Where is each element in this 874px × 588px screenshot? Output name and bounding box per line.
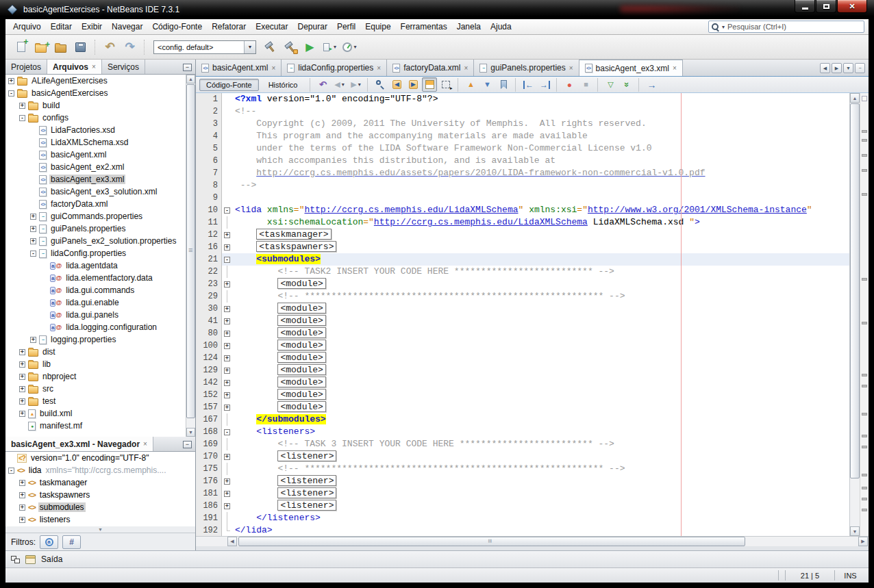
tree-item[interactable]: +~guiPanels.properties — [5, 222, 195, 235]
go-to-button[interactable]: → — [644, 77, 659, 92]
tree-item[interactable]: +<>listeners — [5, 513, 195, 526]
collapsed-fold[interactable]: <module> — [277, 401, 325, 412]
menu-perfil[interactable]: Perfil — [332, 20, 360, 34]
tree-item[interactable]: <>LidaFactories.xsd — [5, 124, 195, 136]
shift-left-button[interactable]: ← — [521, 77, 536, 92]
menu-janela[interactable]: Janela — [452, 20, 486, 34]
new-file-button[interactable]: + — [12, 38, 30, 56]
collapsed-fold[interactable]: <module> — [277, 376, 325, 387]
search-input[interactable] — [726, 22, 861, 31]
scroll-down-icon[interactable]: ▼ — [186, 428, 195, 437]
show-attributes-filter-button[interactable]: a — [40, 535, 58, 549]
tab-projetos[interactable]: Projetos — [5, 60, 47, 74]
expand-toggle[interactable]: - — [19, 115, 25, 121]
scroll-up-icon[interactable]: ▲ — [850, 93, 860, 103]
close-icon[interactable]: × — [569, 64, 573, 72]
tree-item[interactable]: <>factoryData.xml — [5, 198, 195, 210]
scroll-tabs-left-button[interactable]: ◀ — [820, 63, 830, 73]
chevron-down-icon[interactable]: ▾ — [353, 44, 356, 50]
output-bar[interactable]: Saída — [5, 550, 869, 567]
view-button-hist-rico[interactable]: Histórico — [260, 79, 306, 91]
maximize-button[interactable] — [816, 0, 836, 13]
tree-item[interactable]: <?version="1.0" encoding="UTF-8" — [5, 452, 195, 464]
shift-right-button[interactable]: → — [537, 77, 552, 92]
debug-button[interactable]: ▶▾ — [321, 38, 339, 56]
fold-toggle[interactable]: + — [222, 229, 232, 241]
collapsed-fold[interactable]: <module> — [277, 340, 325, 350]
fold-toggle[interactable]: + — [222, 352, 232, 364]
clean-build-button[interactable] — [281, 38, 299, 56]
error-stripe[interactable] — [860, 93, 869, 536]
tree-item[interactable]: ●manifest.mf — [5, 420, 195, 432]
output-label[interactable]: Saída — [41, 554, 62, 564]
collapsed-fold[interactable]: <module> — [277, 278, 325, 289]
tree-item[interactable]: a@lida.logging.configuration — [5, 321, 195, 333]
tree-item[interactable]: a@lida.agentdata — [5, 259, 195, 272]
fold-toggle[interactable]: + — [222, 303, 232, 315]
collapsed-fold[interactable]: <listener> — [277, 487, 336, 498]
tree-item[interactable]: +nbproject — [5, 370, 195, 383]
menu-executar[interactable]: Executar — [251, 20, 292, 34]
expand-toggle[interactable]: + — [19, 517, 25, 523]
tree-item[interactable]: +test — [5, 395, 195, 407]
fold-toggle[interactable]: + — [222, 500, 232, 512]
code-editor[interactable]: 1<?xml version="1.0" encoding="UTF-8"?>2… — [196, 93, 849, 536]
tree-item[interactable]: <>LidaXMLSchema.xsd — [5, 136, 195, 149]
tree-item[interactable]: +ALifeAgentExercises — [5, 75, 195, 87]
editor-tab-basicagent-ex3-xml[interactable]: <>basicAgent_ex3.xml× — [579, 60, 683, 76]
fold-toggle[interactable]: + — [222, 450, 232, 463]
editor-tab-lidaconfig-properties[interactable]: ~lidaConfig.properties× — [282, 60, 387, 76]
collapsed-fold[interactable]: <listener> — [277, 500, 336, 511]
tree-item[interactable]: +~guiCommands.properties — [5, 210, 195, 222]
menu-depurar[interactable]: Depurar — [293, 20, 332, 34]
expand-toggle[interactable]: + — [19, 361, 25, 368]
titlebar[interactable]: basicAgentExercises - NetBeans IDE 7.3.1 — [0, 0, 874, 19]
editor-vertical-scrollbar[interactable]: ▲ ▼ — [849, 93, 860, 536]
collapsed-fold[interactable]: <module> — [277, 315, 325, 326]
expand-toggle[interactable]: + — [30, 238, 36, 244]
horizontal-scroll-thumb[interactable] — [238, 537, 745, 546]
toggle-bookmark-button[interactable] — [496, 77, 511, 92]
menu-ajuda[interactable]: Ajuda — [486, 20, 516, 34]
find-selection-button[interactable] — [373, 77, 388, 92]
undo-button[interactable]: ↶ — [101, 38, 119, 56]
hyperlink[interactable]: http://www.w3.org/2001/XMLSchema-instanc… — [588, 205, 807, 215]
fold-toggle[interactable]: + — [222, 475, 232, 487]
collapsed-fold[interactable]: <taskmanager> — [256, 229, 331, 240]
search-box[interactable]: ▾ — [708, 21, 864, 33]
new-project-button[interactable]: + — [32, 38, 50, 56]
previous-bookmark-button[interactable]: ▲ — [463, 77, 478, 92]
tree-item[interactable]: +dist — [5, 346, 195, 358]
tree-item[interactable]: +<>taskspawners — [5, 489, 195, 501]
menu-refatorar[interactable]: Refatorar — [207, 20, 251, 34]
tree-item[interactable]: -configs — [5, 112, 195, 124]
show-content-filter-button[interactable]: # — [62, 535, 81, 549]
expand-toggle[interactable]: + — [19, 480, 25, 486]
chevron-down-icon[interactable]: ▾ — [358, 81, 361, 88]
expand-toggle[interactable]: - — [8, 90, 14, 97]
tree-item[interactable]: +<>submodules — [5, 501, 195, 513]
hyperlink[interactable]: http://ccrg.cs.memphis.edu/LidaXMLSchema — [304, 205, 518, 215]
tree-item[interactable]: <>basicAgent_ex3_solution.xml — [5, 186, 195, 198]
fold-toggle[interactable]: + — [222, 340, 232, 352]
editor-tab-guipanels-properties[interactable]: ~guiPanels.properties× — [474, 60, 579, 76]
last-edit-position-button[interactable]: ↶ — [315, 77, 330, 92]
fold-toggle[interactable]: - — [222, 426, 232, 438]
rectangular-selection-button[interactable]: ▸ — [438, 77, 453, 92]
minimize-button[interactable] — [795, 0, 815, 13]
collapsed-fold[interactable]: <listener> — [277, 450, 336, 461]
chevron-down-icon[interactable]: ▼ — [244, 41, 255, 53]
tab-arquivos[interactable]: Arquivos× — [47, 60, 102, 74]
hyperlink[interactable]: http://ccrg.cs.memphis.edu/LidaXMLSchema — [374, 217, 588, 227]
collapsed-fold[interactable]: <module> — [277, 327, 325, 338]
fold-toggle[interactable]: + — [222, 241, 232, 253]
scroll-tabs-right-button[interactable]: ▶ — [832, 63, 842, 73]
expand-toggle[interactable]: + — [19, 411, 25, 417]
chevron-down-icon[interactable]: ▾ — [722, 24, 725, 30]
expand-toggle[interactable]: + — [19, 492, 25, 498]
toggle-highlight-button[interactable] — [422, 77, 437, 92]
stop-macro-button[interactable]: ■ — [578, 77, 593, 92]
expand-toggle[interactable]: + — [30, 226, 36, 232]
forward-button[interactable]: ▶▾ — [348, 77, 363, 92]
collapsed-fold[interactable]: <module> — [277, 364, 325, 375]
